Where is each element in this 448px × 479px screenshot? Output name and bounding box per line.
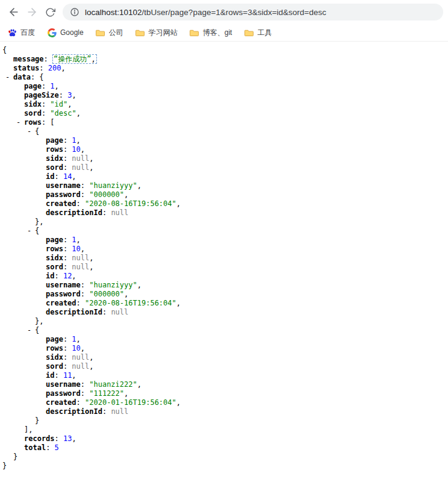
json-line: sord: null, xyxy=(0,263,448,272)
json-line: ], xyxy=(0,425,448,434)
json-null: null xyxy=(111,208,128,217)
json-line: message: “操作成功”, xyxy=(0,55,448,64)
json-key: id xyxy=(46,272,54,280)
forward-button[interactable] xyxy=(23,3,41,21)
json-punct: , xyxy=(72,91,76,99)
json-punct: , xyxy=(124,190,128,199)
json-punct: : xyxy=(63,353,72,362)
json-line: descriptionId: null xyxy=(0,308,448,317)
json-punct: : xyxy=(59,91,67,99)
bookmark-folder-study[interactable]: 学习网站 xyxy=(135,28,178,38)
json-number: 1 xyxy=(72,236,76,244)
json-punct: : xyxy=(54,272,63,280)
json-line: -rows: [ xyxy=(0,118,448,127)
json-punct: : xyxy=(63,263,72,271)
json-key: sord xyxy=(24,109,42,117)
bookmark-folder-company[interactable]: 公司 xyxy=(96,28,123,38)
bookmark-folder-blog-git[interactable]: 博客、git xyxy=(190,28,232,38)
json-punct: , xyxy=(124,389,128,398)
bookmark-label: Google xyxy=(60,28,84,37)
json-line: page: 1, xyxy=(0,335,448,344)
json-line: created: "2020-01-16T19:56:04", xyxy=(0,398,448,407)
bookmark-item-google[interactable]: Google xyxy=(47,28,84,37)
json-punct: }, xyxy=(35,218,43,226)
collapse-toggle[interactable]: - xyxy=(27,227,35,236)
json-punct: : xyxy=(63,344,72,352)
json-punct: , xyxy=(89,263,93,271)
json-number: 14 xyxy=(63,172,72,181)
reload-button[interactable] xyxy=(41,3,59,21)
json-punct: : xyxy=(46,443,54,452)
json-line: sidx: null, xyxy=(0,254,448,263)
json-line: sidx: null, xyxy=(0,154,448,163)
json-string: "id" xyxy=(50,100,67,108)
json-punct: : [ xyxy=(42,118,55,127)
json-line: page: 1, xyxy=(0,82,448,91)
json-punct: : { xyxy=(31,73,44,81)
json-number: 200 xyxy=(48,64,61,72)
json-number: 11 xyxy=(63,371,72,380)
address-bar[interactable]: localhost:10102/tbUser/page?page=1&rows=… xyxy=(63,4,443,20)
json-line: descriptionId: null xyxy=(0,407,448,416)
json-line: -data: { xyxy=(0,73,448,82)
json-line: username: "huanziyyy", xyxy=(0,281,448,290)
json-string: "huanzi222" xyxy=(89,380,137,389)
json-number: 1 xyxy=(72,136,76,145)
collapse-toggle[interactable]: - xyxy=(16,118,24,127)
json-punct: : xyxy=(76,398,85,407)
json-number: 5 xyxy=(55,443,59,452)
json-punct: : xyxy=(63,163,72,172)
json-punct: : xyxy=(102,208,111,217)
json-punct: , xyxy=(91,55,95,63)
json-punct: : xyxy=(44,55,52,63)
bookmark-folder-tools[interactable]: 工具 xyxy=(244,28,272,38)
json-key: sord xyxy=(46,362,63,371)
selection-box: “操作成功”, xyxy=(52,54,97,64)
bookmark-item-baidu[interactable]: 百度 xyxy=(7,28,35,38)
json-punct: { xyxy=(35,227,39,235)
json-punct: , xyxy=(137,181,142,190)
json-null: null xyxy=(111,407,128,416)
json-punct: , xyxy=(89,254,93,262)
json-line: username: "huanzi222", xyxy=(0,380,448,389)
json-punct: { xyxy=(35,127,39,136)
json-punct: : xyxy=(76,299,85,307)
json-line: } xyxy=(0,462,448,471)
back-arrow-icon xyxy=(8,6,20,18)
json-punct: : xyxy=(42,109,50,117)
back-button[interactable] xyxy=(5,3,23,21)
json-punct: : xyxy=(63,254,72,262)
json-line: records: 13, xyxy=(0,434,448,443)
json-string: "111222" xyxy=(89,389,124,398)
json-null: null xyxy=(111,308,128,316)
collapse-toggle[interactable]: - xyxy=(27,326,35,335)
json-key: rows xyxy=(46,344,63,352)
url-host: localhost:10102 xyxy=(85,8,142,17)
json-key: password xyxy=(46,290,81,298)
json-line: total: 5 xyxy=(0,443,448,452)
json-line: id: 14, xyxy=(0,172,448,181)
json-punct: , xyxy=(81,344,85,352)
json-null: null xyxy=(72,362,89,371)
json-line: password: "111222", xyxy=(0,389,448,398)
collapse-toggle[interactable]: - xyxy=(5,73,13,82)
json-line: rows: 10, xyxy=(0,344,448,353)
json-punct: , xyxy=(81,145,85,154)
json-viewer: {message: “操作成功”,status: 200,-data: {pag… xyxy=(0,46,448,471)
json-punct: { xyxy=(2,46,7,54)
json-punct: : xyxy=(102,308,111,316)
json-line: }, xyxy=(0,218,448,227)
json-number: 13 xyxy=(63,434,72,443)
json-punct: : xyxy=(55,434,63,443)
json-null: null xyxy=(72,254,89,262)
json-punct: : xyxy=(63,362,72,371)
json-string: "2020-08-16T19:56:04" xyxy=(85,299,176,307)
json-punct: , xyxy=(89,362,93,371)
site-info-icon[interactable] xyxy=(70,7,79,17)
json-key: username xyxy=(46,380,81,389)
json-key: message xyxy=(13,55,44,63)
bookmark-label: 博客、git xyxy=(203,28,232,38)
json-punct: : xyxy=(63,335,72,343)
collapse-toggle[interactable]: - xyxy=(27,127,35,136)
json-key: password xyxy=(46,389,81,398)
